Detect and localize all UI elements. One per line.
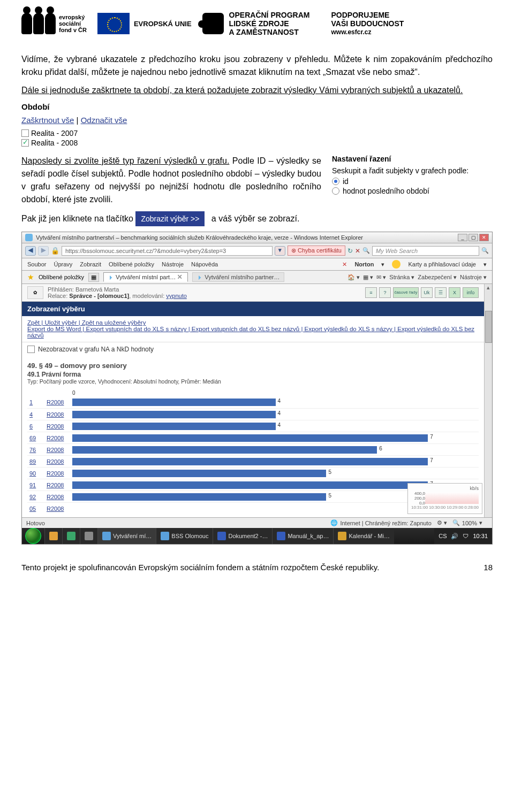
eu-logo: EVROPSKÁ UNIE: [97, 13, 192, 34]
taskbar-shortcut-1[interactable]: [44, 528, 62, 544]
chart-year[interactable]: R2008: [47, 411, 72, 418]
menu-upravy[interactable]: Úpravy: [54, 261, 72, 267]
url-input[interactable]: https://bssolomouc.securitynet.cz/?&modu…: [62, 246, 273, 256]
paragraph-3: Pak již jen kliknete na tlačítko Zobrazi…: [21, 211, 493, 226]
chart-year[interactable]: R2008: [47, 435, 72, 441]
tab-2[interactable]: ⏵ Vytváření místního partner…: [192, 272, 284, 282]
chart-year[interactable]: R2008: [47, 505, 72, 512]
menu-oblibene[interactable]: Oblíbené položky: [109, 261, 154, 267]
page-number: 18: [483, 563, 493, 572]
op-line-2: LIDSKÉ ZDROJE: [229, 19, 310, 28]
ie-icon: [25, 234, 33, 241]
chart-bar-area: 7: [72, 457, 479, 466]
star-icon[interactable]: ★: [27, 273, 34, 281]
taskbar-word2[interactable]: Manuál_k_ap…: [272, 528, 333, 544]
vertical-scrollbar[interactable]: ▴: [484, 284, 492, 517]
period-row-2008[interactable]: Realita - 2008: [21, 139, 493, 147]
chart-id[interactable]: 6: [27, 423, 47, 430]
uk-icon[interactable]: Uk: [421, 287, 433, 298]
https-warn-icon: 🔒: [51, 247, 59, 255]
nezob-row[interactable]: Nezobrazovat v grafu NA a NkD hodnoty: [22, 342, 484, 356]
tray-lang[interactable]: CS: [439, 533, 447, 539]
zobrazit-vyber-button[interactable]: Zobrazit výběr >>: [135, 211, 205, 226]
checkbox-checked-icon[interactable]: [21, 139, 29, 147]
chart-id[interactable]: 91: [27, 482, 47, 488]
period-row-2007[interactable]: Realita - 2007: [21, 129, 493, 137]
zoom-control[interactable]: 🔍 100% ▾: [452, 519, 482, 526]
taskbar-outlook[interactable]: Kalendář - Mi…: [333, 528, 394, 544]
norton-button[interactable]: Norton: [354, 261, 374, 267]
feeds-icon[interactable]: ▦ ▾: [363, 274, 373, 281]
menu-soubor[interactable]: Soubor: [27, 261, 46, 267]
toolbar-stranka[interactable]: Stránka ▾: [389, 274, 414, 281]
links-line-2[interactable]: Export do MS Word | Export vstupních dat…: [27, 326, 479, 339]
chart-year[interactable]: R2008: [47, 447, 72, 453]
favorites-grid-icon[interactable]: ▦: [88, 273, 99, 282]
scrollbar-thumb[interactable]: [485, 311, 492, 343]
chart-id[interactable]: 1: [27, 399, 47, 405]
odznacit-link[interactable]: Odznačit vše: [81, 116, 127, 125]
chart-id[interactable]: 4: [27, 411, 47, 418]
casoverady-icon[interactable]: časové řady: [393, 287, 419, 298]
web-content: ✿ Přihlášen: Barnetová Marta Relace: Spr…: [22, 284, 484, 517]
modelovani-link[interactable]: vypnuto: [166, 293, 187, 299]
chart-year[interactable]: R2008: [47, 482, 72, 488]
tray-network-icon[interactable]: 🔊: [451, 533, 458, 540]
radio-selected-icon[interactable]: [332, 178, 339, 185]
menu-icon[interactable]: ☰: [435, 287, 447, 298]
mail-icon[interactable]: ✉ ▾: [376, 274, 386, 281]
home-icon[interactable]: 🏠 ▾: [347, 274, 360, 281]
chart-id[interactable]: 05: [27, 505, 47, 512]
chart-year[interactable]: R2008: [47, 494, 72, 500]
zaskrtnout-link[interactable]: Zaškrtnout vše: [21, 116, 74, 125]
radio-icon[interactable]: [332, 187, 339, 195]
refresh-icon[interactable]: ↻: [347, 247, 353, 255]
chart-year[interactable]: R2008: [47, 458, 72, 465]
toolbar-zabezpeceni[interactable]: Zabezpečení ▾: [418, 274, 457, 281]
taskbar-ie[interactable]: Vytváření mí…: [97, 528, 156, 544]
tray-shield-icon[interactable]: 🛡: [463, 533, 468, 539]
chart-id[interactable]: 92: [27, 494, 47, 500]
menu-zobrazit[interactable]: Zobrazit: [80, 261, 101, 267]
chart-id[interactable]: 69: [27, 435, 47, 441]
cert-error-button[interactable]: ⊗ Chyba certifikátu: [288, 246, 345, 256]
chart-year[interactable]: R2008: [47, 470, 72, 477]
minimize-button[interactable]: _: [458, 234, 467, 241]
search-input[interactable]: My Web Search: [372, 246, 479, 256]
taskbar-shortcut-2[interactable]: [62, 528, 80, 544]
help-icon[interactable]: ?: [379, 287, 391, 298]
checkbox-icon[interactable]: [21, 129, 29, 137]
close-button[interactable]: ✕: [479, 234, 489, 241]
tab-1[interactable]: ⏵ Vytváření místní part… ✕: [103, 272, 188, 282]
chart-year[interactable]: R2008: [47, 423, 72, 430]
radio-hodnot-row[interactable]: hodnot posledního období: [332, 187, 493, 195]
forward-button[interactable]: ▶: [38, 246, 49, 256]
taskbar-bss[interactable]: BSS Olomouc: [156, 528, 213, 544]
taskbar-word[interactable]: Dokument2 -…: [213, 528, 272, 544]
tray-clock[interactable]: 10:31: [473, 533, 488, 539]
chart-id[interactable]: 89: [27, 458, 47, 465]
menu-napoveda[interactable]: Nápověda: [191, 261, 218, 267]
back-button[interactable]: ◀: [25, 246, 36, 256]
go-button[interactable]: ▾: [275, 246, 285, 256]
taskbar-shortcut-3[interactable]: [80, 528, 97, 544]
links-bar: Zpět | Uložit výběr | Zpět na uložené vý…: [22, 316, 484, 342]
menu-nastroje[interactable]: Nástroje: [162, 261, 184, 267]
chart-year[interactable]: R2008: [47, 399, 72, 405]
excel-icon[interactable]: X: [449, 287, 460, 298]
maximize-button[interactable]: ▢: [468, 234, 478, 241]
list-icon[interactable]: ≡: [365, 287, 377, 298]
chart-bar: [72, 481, 428, 489]
checkbox-icon[interactable]: [27, 346, 35, 353]
links-line-1[interactable]: Zpět | Uložit výběr | Zpět na uložené vý…: [27, 319, 479, 326]
protected-mode-icon[interactable]: ⚙ ▾: [437, 519, 447, 526]
karty-dropdown[interactable]: Karty a přihlašovací údaje: [408, 261, 476, 267]
info-icon[interactable]: info: [463, 287, 479, 298]
chart-id[interactable]: 90: [27, 470, 47, 477]
chart-id[interactable]: 76: [27, 447, 47, 453]
search-go-icon[interactable]: 🔍: [481, 247, 489, 254]
stop-icon[interactable]: ✕: [355, 247, 360, 255]
toolbar-nastroje[interactable]: Nástroje ▾: [460, 274, 487, 281]
start-button[interactable]: [25, 528, 41, 544]
radio-id-row[interactable]: id: [332, 177, 493, 186]
